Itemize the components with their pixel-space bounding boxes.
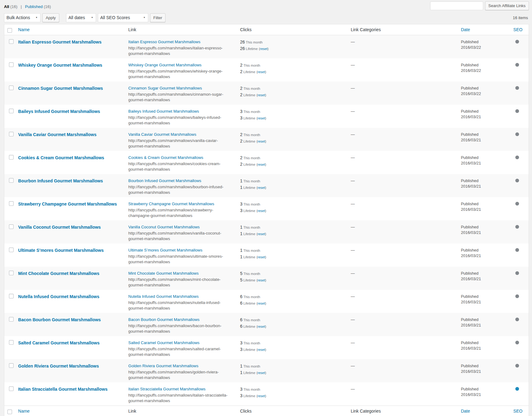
reset-clicks-link[interactable]: reset [258, 186, 265, 189]
reset-clicks-link[interactable]: reset [258, 394, 265, 398]
clicks-this-month-label: This month [243, 64, 260, 67]
affiliate-link-name[interactable]: Cinnamon Sugar Gourmet Marshmallows [18, 86, 103, 91]
column-header-name[interactable]: Name [18, 27, 30, 32]
affiliate-link-title[interactable]: Baileys Infused Gourmet Marshmallows [128, 109, 199, 114]
affiliate-link-url: http://fancypuffs.com/marshmallows/vanil… [128, 138, 234, 149]
name-cell: Nutella Infused Gourmet Marshmallows [15, 290, 125, 313]
date-value: 2016/03/21 [461, 323, 481, 327]
row-checkbox[interactable] [9, 271, 14, 275]
clicks-lifetime-label: Lifetime [243, 325, 255, 328]
view-tab-published[interactable]: Published (16) [25, 4, 51, 9]
affiliate-link-title[interactable]: Cookies & Cream Gourmet Marshmallows [128, 155, 203, 160]
row-checkbox[interactable] [9, 294, 14, 298]
reset-clicks-link[interactable]: reset [258, 93, 265, 97]
row-checkbox[interactable] [9, 39, 14, 44]
table-row: Golden Riviera Gourmet Marshmallows Gold… [4, 359, 529, 382]
reset-clicks-link[interactable]: reset [258, 232, 265, 236]
affiliate-link-name[interactable]: Salted Caramel Gourmet Marshmallows [18, 340, 100, 345]
affiliate-link-title[interactable]: Italian Stracciatella Gourmet Marshmallo… [128, 386, 206, 392]
row-checkbox[interactable] [9, 201, 14, 206]
affiliate-link-name[interactable]: Cookies & Cream Gourmet Marshmallows [18, 155, 104, 160]
affiliate-link-title[interactable]: Mint Chocolate Gourmet Marshmallows [128, 271, 199, 276]
reset-clicks-link[interactable]: reset [258, 325, 265, 328]
seo-scores-filter-select[interactable]: All SEO Scores [98, 13, 148, 22]
view-published-link[interactable]: Published [25, 4, 43, 9]
affiliate-link-title[interactable]: Golden Riviera Gourmet Marshmallows [128, 363, 199, 369]
reset-clicks-link[interactable]: reset [258, 371, 265, 375]
apply-button[interactable]: Apply [42, 13, 59, 22]
row-checkbox[interactable] [9, 85, 14, 90]
view-tab-all[interactable]: All (16) [4, 4, 19, 9]
affiliate-link-title[interactable]: Bourbon Infused Gourmet Marshmallows [128, 178, 201, 184]
name-cell: Bacon Bourbon Gourmet Marshmallows [15, 313, 125, 336]
reset-clicks-link[interactable]: reset [258, 255, 265, 259]
affiliate-link-title[interactable]: Salted Caramel Gourmet Marshmallows [128, 340, 199, 346]
column-header-seo[interactable]: SEO [513, 27, 523, 32]
row-checkbox[interactable] [9, 386, 14, 391]
affiliate-link-name[interactable]: Bacon Bourbon Gourmet Marshmallows [18, 317, 101, 322]
link-cell: Cookies & Cream Gourmet Marshmallows htt… [125, 151, 237, 174]
reset-clicks-link[interactable]: reset [258, 116, 265, 120]
filter-button[interactable]: Filter [150, 13, 166, 22]
affiliate-link-title[interactable]: Strawberry Champagne Gourmet Marshmallow… [128, 201, 214, 207]
affiliate-link-title[interactable]: Ultimate S’mores Gourmet Marshmallows [128, 248, 203, 253]
affiliate-link-name[interactable]: Bourbon Infused Gourmet Marshmallows [18, 178, 103, 183]
affiliate-link-title[interactable]: Bacon Bourbon Gourmet Marshmallows [128, 317, 200, 322]
affiliate-link-name[interactable]: Baileys Infused Gourmet Marshmallows [18, 109, 100, 114]
link-cell: Nutella Infused Gourmet Marshmallows htt… [125, 290, 237, 313]
row-checkbox[interactable] [9, 224, 14, 229]
affiliate-link-title[interactable]: Cinnamon Sugar Gourmet Marshmallows [128, 85, 202, 91]
clicks-this-month-label: This month [243, 272, 260, 276]
row-checkbox[interactable] [9, 248, 14, 252]
bulk-actions-select[interactable]: Bulk Actions [4, 13, 40, 22]
affiliate-link-title[interactable]: Nutella Infused Gourmet Marshmallows [128, 294, 199, 299]
reset-clicks-link[interactable]: reset [260, 47, 267, 51]
column-footer-name[interactable]: Name [18, 409, 30, 414]
row-checkbox[interactable] [9, 363, 14, 368]
affiliate-link-name[interactable]: Whiskey Orange Gourmet Marshmallows [18, 63, 102, 68]
date-cell: Published 2016/03/21 [458, 382, 510, 406]
affiliate-link-name[interactable]: Italian Stracciatella Gourmet Marshmallo… [18, 387, 107, 392]
select-all-checkbox-bottom[interactable] [7, 410, 12, 414]
reset-clicks-link[interactable]: reset [258, 278, 265, 282]
column-footer-seo[interactable]: SEO [513, 409, 523, 414]
affiliate-link-title[interactable]: Vanilla Coconut Gourmet Marshmallows [128, 224, 200, 230]
reset-clicks-link[interactable]: reset [258, 302, 265, 305]
affiliate-link-title[interactable]: Italian Espresso Gourmet Marshmallows [128, 39, 200, 45]
affiliate-link-title[interactable]: Whiskey Orange Gourmet Marshmallows [128, 62, 202, 68]
reset-clicks-link[interactable]: reset [258, 70, 265, 74]
view-all-label[interactable]: All [4, 4, 9, 9]
affiliate-link-name[interactable]: Golden Riviera Gourmet Marshmallows [18, 364, 99, 368]
dates-filter-select[interactable]: All dates [66, 13, 96, 22]
reset-paren-close: ) [265, 139, 266, 143]
row-checkbox[interactable] [9, 62, 14, 67]
affiliate-link-name[interactable]: Vanilla Caviar Gourmet Marshmallows [18, 132, 97, 137]
clicks-this-month-label: This month [243, 249, 260, 252]
row-checkbox[interactable] [9, 178, 14, 183]
reset-clicks-link[interactable]: reset [258, 139, 265, 143]
search-affiliate-links-button[interactable]: Search Affiliate Links [485, 1, 529, 10]
affiliate-link-name[interactable]: Italian Espresso Gourmet Marshmallows [18, 40, 102, 44]
row-checkbox[interactable] [9, 132, 14, 136]
affiliate-link-name[interactable]: Strawberry Champagne Gourmet Marshmallow… [18, 202, 117, 206]
link-categories-value: — [351, 86, 355, 90]
row-checkbox[interactable] [9, 317, 14, 322]
row-checkbox[interactable] [9, 340, 14, 345]
search-input[interactable] [430, 1, 483, 10]
column-header-date[interactable]: Date [461, 27, 470, 32]
affiliate-link-name[interactable]: Mint Chocolate Gourmet Marshmallows [18, 271, 99, 276]
clicks-this-month-value: 2 [240, 63, 242, 68]
row-checkbox[interactable] [9, 109, 14, 113]
clicks-lifetime-value: 3 [240, 208, 242, 213]
affiliate-link-name[interactable]: Vanilla Coconut Gourmet Marshmallows [18, 225, 101, 230]
reset-clicks-link[interactable]: reset [258, 163, 265, 166]
select-all-checkbox-top[interactable] [7, 28, 12, 33]
reset-clicks-link[interactable]: reset [258, 209, 265, 213]
reset-clicks-link[interactable]: reset [258, 348, 265, 352]
affiliate-link-title[interactable]: Vanilla Caviar Gourmet Marshmallows [128, 132, 196, 137]
date-cell: Published 2016/03/21 [458, 313, 510, 336]
row-checkbox[interactable] [9, 155, 14, 160]
affiliate-link-name[interactable]: Ultimate S’mores Gourmet Marshmallows [18, 248, 104, 253]
column-footer-date[interactable]: Date [461, 409, 470, 414]
affiliate-link-name[interactable]: Nutella Infused Gourmet Marshmallows [18, 294, 99, 299]
